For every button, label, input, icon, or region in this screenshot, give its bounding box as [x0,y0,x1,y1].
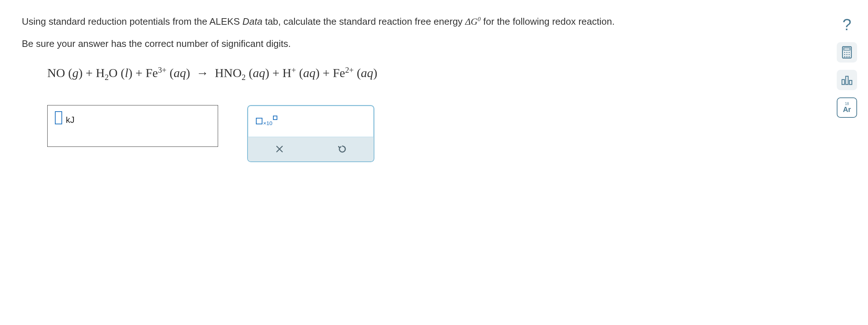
tools-bottom [248,137,374,161]
periodic-table-button[interactable]: 18 Ar [837,97,857,118]
periodic-icon: 18 Ar [843,102,851,113]
tools-top: ×10 [248,106,374,137]
q1-pre: Using standard reduction potentials from… [22,16,242,27]
clear-button[interactable] [272,142,287,156]
reset-button[interactable] [335,142,350,156]
svg-rect-11 [842,80,844,85]
q1-post: for the following redox reaction. [481,16,615,27]
svg-point-4 [848,52,849,53]
svg-rect-12 [846,76,848,85]
scientific-notation-button[interactable]: ×10 [256,116,277,127]
question-line-1: Using standard reduction potentials from… [22,15,846,29]
svg-point-3 [846,52,847,53]
svg-rect-1 [844,48,850,50]
redox-equation: NO (g) + H2O (l) + Fe3+ (aq) → HNO2 (aq)… [47,64,846,83]
answer-row: kJ ×10 [47,105,846,162]
x-icon [275,144,284,154]
q1-data-word: Data [242,16,262,27]
svg-rect-13 [849,80,852,84]
svg-point-5 [844,54,845,55]
svg-point-9 [846,56,847,57]
answer-input[interactable] [55,111,62,124]
answer-box: kJ [47,105,218,147]
sci-label: ×10 [263,119,272,128]
sci-mantissa-box-icon [256,118,262,124]
sci-exponent-box-icon [273,116,277,127]
undo-icon [337,144,347,154]
svg-point-10 [848,56,849,57]
tools-panel: ×10 [247,105,374,162]
graph-button[interactable] [837,70,857,90]
calculator-icon [841,46,852,59]
answer-unit: kJ [66,111,75,127]
svg-point-8 [844,56,845,57]
bar-chart-icon [841,75,853,85]
svg-point-7 [848,54,849,55]
delta-g-symbol: ΔG0 [465,16,481,27]
calculator-button[interactable] [837,42,857,63]
sidebar: ? 18 Ar [837,15,857,118]
svg-point-6 [846,54,847,55]
svg-point-2 [844,52,845,53]
help-button[interactable]: ? [837,15,857,35]
question-line-2: Be sure your answer has the correct numb… [22,37,846,51]
q1-mid: tab, calculate the standard reaction fre… [262,16,465,27]
question-area: Using standard reduction potentials from… [0,0,868,177]
help-icon: ? [843,16,851,34]
